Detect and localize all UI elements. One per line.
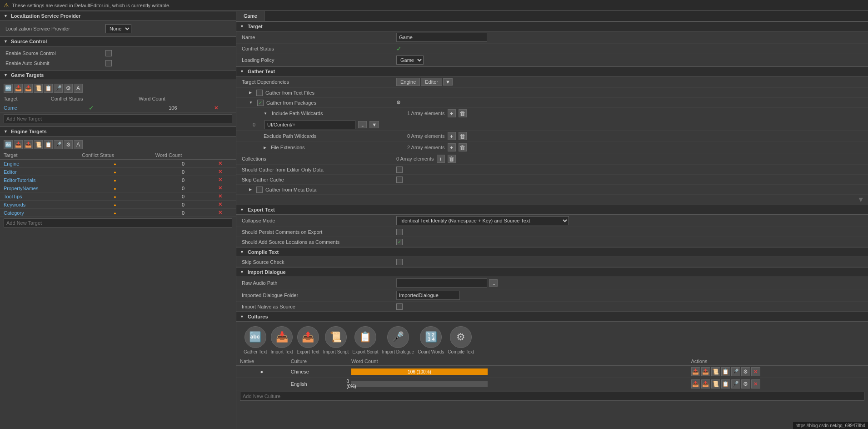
compile-text-section-header[interactable]: ▼ Compile Text: [236, 247, 868, 257]
raw-audio-dots-btn[interactable]: ...: [489, 279, 498, 287]
engine-target-name[interactable]: EditorTutorials: [0, 176, 78, 184]
engine-row-delete[interactable]: ✕: [215, 160, 236, 168]
gather-text-section-header[interactable]: ▼ Gather Text: [236, 66, 868, 76]
culture-action-btn-3[interactable]: 📜: [711, 367, 720, 376]
game-target-btn-1[interactable]: 🔤: [4, 84, 13, 93]
culture-action-btn-4[interactable]: 📋: [721, 367, 730, 376]
culture-toolbar-btn[interactable]: 🔢 Count Words: [418, 326, 444, 354]
gather-packages-arrow[interactable]: ▼: [249, 101, 253, 105]
culture-action-btn-1[interactable]: 📥: [691, 379, 700, 389]
engine-row-delete[interactable]: ✕: [215, 201, 236, 209]
include-path-del-btn[interactable]: 🗑: [459, 109, 467, 117]
skip-gather-cache-checkbox[interactable]: [396, 177, 403, 183]
provider-select[interactable]: None: [105, 24, 131, 33]
culture-toolbar-btn[interactable]: 🎤 Import Dialogue: [382, 326, 414, 354]
file-ext-del-btn[interactable]: 🗑: [459, 143, 467, 151]
include-path-add-btn[interactable]: +: [448, 109, 456, 117]
should-gather-editor-checkbox[interactable]: [396, 167, 403, 173]
target-deps-engine-btn[interactable]: Engine: [396, 78, 420, 86]
culture-action-btn-1[interactable]: 📥: [691, 367, 700, 376]
engine-row-delete[interactable]: ✕: [215, 168, 236, 176]
add-source-locations-checkbox[interactable]: [396, 239, 403, 245]
engine-row-delete[interactable]: ✕: [215, 192, 236, 201]
path-dropdown-btn[interactable]: ▼: [369, 121, 379, 128]
culture-action-btn-6[interactable]: ⚙: [741, 367, 750, 376]
collections-add-btn[interactable]: +: [437, 155, 445, 163]
target-deps-dropdown[interactable]: ▼: [443, 78, 453, 86]
exclude-path-del-btn[interactable]: 🗑: [459, 132, 467, 140]
culture-action-del-btn[interactable]: ✕: [751, 367, 760, 376]
engine-target-name[interactable]: Engine: [0, 160, 78, 168]
skip-source-check-checkbox[interactable]: [396, 259, 403, 265]
game-targets-section-header[interactable]: ▼ Game Targets: [0, 70, 236, 80]
game-row-delete[interactable]: ✕: [210, 103, 236, 113]
gather-meta-arrow[interactable]: ▶: [249, 187, 252, 192]
culture-toolbar-btn[interactable]: 📋 Export Script: [352, 326, 378, 354]
engine-target-name[interactable]: PropertyNames: [0, 184, 78, 192]
collapse-mode-select[interactable]: Identical Text Identity (Namespace + Key…: [396, 216, 569, 225]
localization-service-section-header[interactable]: ▼ Localization Service Provider: [0, 11, 236, 21]
game-target-btn-5[interactable]: 📋: [44, 84, 53, 93]
path-input[interactable]: [264, 120, 355, 129]
import-dialogue-section-header[interactable]: ▼ Import Dialogue: [236, 267, 868, 277]
raw-audio-input[interactable]: [396, 278, 487, 288]
engine-row-delete[interactable]: ✕: [215, 209, 236, 217]
gather-meta-checkbox[interactable]: [256, 187, 263, 193]
loading-policy-select[interactable]: Game: [396, 56, 424, 65]
imported-dialogue-input[interactable]: [396, 291, 460, 300]
path-dots-btn[interactable]: ...: [358, 121, 367, 128]
culture-action-btn-2[interactable]: 📤: [701, 379, 710, 389]
engine-target-btn-5[interactable]: 📋: [44, 140, 53, 149]
gather-packages-checkbox[interactable]: [257, 100, 264, 106]
export-text-section-header[interactable]: ▼ Export Text: [236, 205, 868, 215]
engine-target-btn-6[interactable]: 🎤: [54, 140, 63, 149]
tab-game[interactable]: Game: [236, 11, 265, 21]
game-target-btn-6[interactable]: 🎤: [54, 84, 63, 93]
culture-toolbar-btn[interactable]: 📤 Export Text: [297, 326, 319, 354]
target-name-input[interactable]: [396, 33, 487, 42]
engine-target-name[interactable]: Editor: [0, 168, 78, 176]
culture-action-btn-3[interactable]: 📜: [711, 379, 720, 389]
culture-action-btn-5[interactable]: 🎤: [731, 379, 740, 389]
culture-action-btn-6[interactable]: ⚙: [741, 379, 750, 389]
culture-action-del-btn[interactable]: ✕: [751, 379, 760, 389]
culture-action-btn-2[interactable]: 📤: [701, 367, 710, 376]
import-native-checkbox[interactable]: [396, 303, 403, 310]
game-target-btn-7[interactable]: ⚙: [64, 84, 73, 93]
engine-target-btn-7[interactable]: ⚙: [64, 140, 73, 149]
collections-del-btn[interactable]: 🗑: [448, 155, 456, 163]
file-ext-add-btn[interactable]: +: [448, 143, 456, 151]
cultures-add-input[interactable]: [240, 392, 864, 401]
engine-target-btn-2[interactable]: 📥: [14, 140, 23, 149]
gather-text-files-arrow[interactable]: ▶: [249, 91, 252, 95]
engine-row-delete[interactable]: ✕: [215, 184, 236, 192]
culture-action-btn-5[interactable]: 🎤: [731, 367, 740, 376]
gather-text-files-checkbox[interactable]: [256, 90, 263, 96]
game-target-btn-4[interactable]: 📜: [34, 84, 43, 93]
exclude-path-add-btn[interactable]: +: [448, 132, 456, 140]
game-target-name[interactable]: Game: [0, 103, 47, 113]
game-targets-add-input[interactable]: [4, 114, 232, 123]
engine-row-delete[interactable]: ✕: [215, 176, 236, 184]
engine-target-btn-1[interactable]: 🔤: [4, 140, 13, 149]
engine-target-name[interactable]: Category: [0, 209, 78, 217]
engine-targets-section-header[interactable]: ▼ Engine Targets: [0, 126, 236, 136]
file-ext-arrow[interactable]: ▶: [264, 146, 266, 150]
culture-toolbar-btn[interactable]: 📥 Import Text: [271, 326, 293, 354]
engine-target-btn-a[interactable]: A: [74, 140, 83, 149]
culture-toolbar-btn[interactable]: 🔤 Gather Text: [244, 326, 267, 354]
enable-auto-submit-checkbox[interactable]: [105, 60, 112, 66]
enable-source-control-checkbox[interactable]: [105, 50, 112, 56]
culture-toolbar-btn[interactable]: ⚙ Compile Text: [448, 326, 474, 354]
culture-action-btn-4[interactable]: 📋: [721, 379, 730, 389]
engine-target-name[interactable]: ToolTips: [0, 192, 78, 201]
game-target-btn-a[interactable]: A: [74, 84, 83, 93]
engine-target-name[interactable]: Keywords: [0, 201, 78, 209]
game-target-btn-2[interactable]: 📥: [14, 84, 23, 93]
engine-target-btn-3[interactable]: 📤: [24, 140, 33, 149]
target-section-header[interactable]: ▼ Target: [236, 21, 868, 31]
target-deps-editor-btn[interactable]: Editor: [421, 78, 442, 86]
cultures-section-header[interactable]: ▼ Cultures: [236, 312, 868, 322]
game-target-btn-3[interactable]: 📤: [24, 84, 33, 93]
culture-toolbar-btn[interactable]: 📜 Import Script: [323, 326, 349, 354]
